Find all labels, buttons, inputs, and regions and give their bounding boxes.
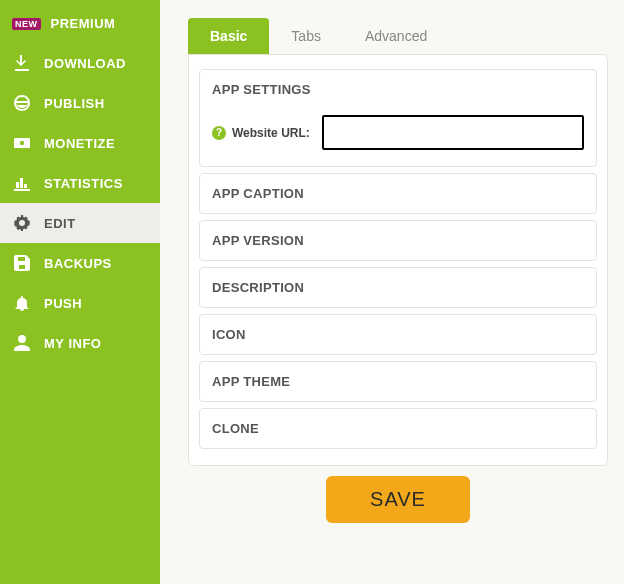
section-title: APP CAPTION <box>200 174 596 213</box>
svg-point-1 <box>20 141 24 145</box>
save-icon <box>12 255 32 271</box>
save-button[interactable]: SAVE <box>326 476 470 523</box>
globe-icon <box>12 95 32 111</box>
section-app-theme[interactable]: APP THEME <box>199 361 597 402</box>
sidebar-item-publish[interactable]: PUBLISH <box>0 83 160 123</box>
website-url-label: Website URL: <box>232 126 310 140</box>
tab-advanced[interactable]: Advanced <box>343 18 449 54</box>
section-clone[interactable]: CLONE <box>199 408 597 449</box>
section-title: APP VERSION <box>200 221 596 260</box>
section-title: APP THEME <box>200 362 596 401</box>
sidebar: NEW PREMIUM DOWNLOAD PUBLISH MONETIZE ST… <box>0 0 160 584</box>
sidebar-item-myinfo[interactable]: MY INFO <box>0 323 160 363</box>
sidebar-item-label: STATISTICS <box>44 176 123 191</box>
section-body: ? Website URL: <box>200 109 596 166</box>
help-icon[interactable]: ? <box>212 126 226 140</box>
sidebar-item-label: DOWNLOAD <box>44 56 126 71</box>
sidebar-item-label: PUSH <box>44 296 82 311</box>
section-title: APP SETTINGS <box>200 70 596 109</box>
new-badge: NEW <box>12 18 41 30</box>
sidebar-item-monetize[interactable]: MONETIZE <box>0 123 160 163</box>
tab-label: Advanced <box>365 28 427 44</box>
save-row: SAVE <box>188 466 608 523</box>
gears-icon <box>12 215 32 231</box>
section-title: ICON <box>200 315 596 354</box>
sidebar-item-label: PUBLISH <box>44 96 105 111</box>
sidebar-item-edit[interactable]: EDIT <box>0 203 160 243</box>
sidebar-item-label: BACKUPS <box>44 256 112 271</box>
tab-label: Tabs <box>291 28 321 44</box>
sidebar-item-premium[interactable]: NEW PREMIUM <box>0 4 160 43</box>
sidebar-item-statistics[interactable]: STATISTICS <box>0 163 160 203</box>
sidebar-item-backups[interactable]: BACKUPS <box>0 243 160 283</box>
tab-label: Basic <box>210 28 247 44</box>
bell-icon <box>12 295 32 311</box>
section-app-version[interactable]: APP VERSION <box>199 220 597 261</box>
section-description[interactable]: DESCRIPTION <box>199 267 597 308</box>
website-url-input[interactable] <box>322 115 584 150</box>
panel: APP SETTINGS ? Website URL: APP CAPTION … <box>188 54 608 466</box>
section-icon[interactable]: ICON <box>199 314 597 355</box>
tab-basic[interactable]: Basic <box>188 18 269 54</box>
section-title: CLONE <box>200 409 596 448</box>
sidebar-item-label: MY INFO <box>44 336 101 351</box>
save-label: SAVE <box>370 488 426 510</box>
section-title: DESCRIPTION <box>200 268 596 307</box>
user-icon <box>12 335 32 351</box>
sidebar-item-download[interactable]: DOWNLOAD <box>0 43 160 83</box>
sidebar-item-label: PREMIUM <box>51 16 116 31</box>
tab-bar: Basic Tabs Advanced <box>188 18 608 54</box>
chart-icon <box>12 175 32 191</box>
money-icon <box>12 135 32 151</box>
section-app-settings: APP SETTINGS ? Website URL: <box>199 69 597 167</box>
section-app-caption[interactable]: APP CAPTION <box>199 173 597 214</box>
sidebar-item-label: MONETIZE <box>44 136 115 151</box>
sidebar-item-label: EDIT <box>44 216 76 231</box>
download-icon <box>12 55 32 71</box>
tab-tabs[interactable]: Tabs <box>269 18 343 54</box>
sidebar-item-push[interactable]: PUSH <box>0 283 160 323</box>
main-panel: Basic Tabs Advanced APP SETTINGS ? Websi… <box>160 0 624 584</box>
